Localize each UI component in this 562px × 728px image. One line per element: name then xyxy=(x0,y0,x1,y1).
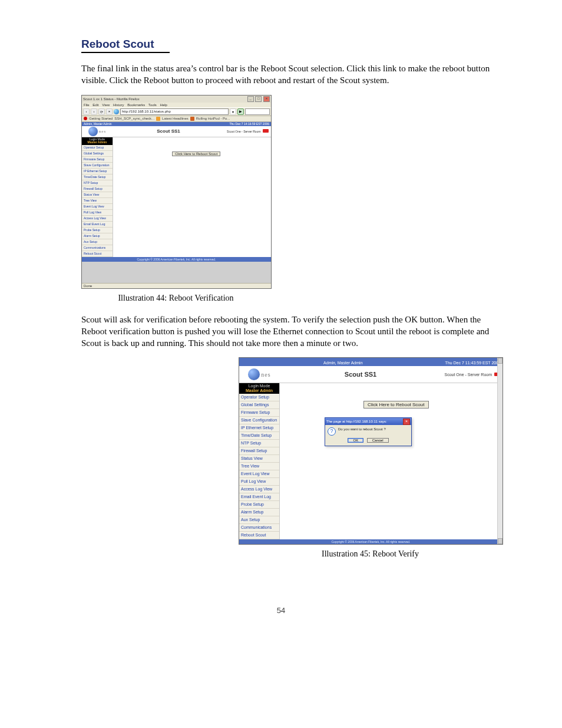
address-bar[interactable]: http://192.168.10.11/status.php xyxy=(120,108,229,115)
app-footer: Copyright © 2006 American Fibertek, Inc.… xyxy=(82,257,271,262)
heading-underline xyxy=(81,52,170,53)
browser-statusbar: Done xyxy=(82,283,271,288)
nav-event-log-view[interactable]: Event Log View xyxy=(239,470,279,478)
browser-title: Scout 1.xx 1 Status - Mozilla Firefox xyxy=(83,97,140,101)
scroll-down-button[interactable] xyxy=(498,538,503,544)
stop-button[interactable]: × xyxy=(106,108,113,115)
search-box[interactable] xyxy=(245,108,270,115)
nav-poll-log-view[interactable]: Poll Log View xyxy=(239,478,279,486)
reboot-scout-button[interactable]: Click Here to Reboot Scout xyxy=(363,401,429,409)
device-status: Scout One - Server Room xyxy=(227,130,261,133)
bookmark-icon[interactable] xyxy=(84,117,87,120)
nav-alarm-setup[interactable]: Alarm Setup xyxy=(239,509,279,516)
scrollbar[interactable] xyxy=(497,358,503,543)
dialog-close-button[interactable]: × xyxy=(403,419,410,425)
page-number: 54 xyxy=(65,606,497,615)
nav-firewall-setup[interactable]: Firewall Setup xyxy=(239,447,279,455)
nav-operator-setup[interactable]: Operator Setup xyxy=(239,394,279,401)
nav-tree-view[interactable]: Tree View xyxy=(82,198,113,204)
nav-ip-ethernet-setup[interactable]: IP Ethernet Setup xyxy=(239,424,279,432)
nav-reboot-scout[interactable]: Reboot Scout xyxy=(239,532,279,539)
dialog-titlebar: The page at http://192.168.10.11 says: × xyxy=(325,418,411,425)
nav-email-event-log[interactable]: Email Event Log xyxy=(239,493,279,501)
app-body: Login Mode Master Admin Operator Setup G… xyxy=(239,383,503,539)
sidebar-login-mode: Login Mode Master Admin xyxy=(82,137,113,145)
back-button[interactable]: ‹ xyxy=(83,108,90,115)
nav-probe-setup[interactable]: Probe Setup xyxy=(82,228,113,233)
nav-access-log-view[interactable]: Access Log View xyxy=(82,216,113,222)
sidebar: Login Mode Master Admin Operator Setup G… xyxy=(82,137,113,257)
nav-slave-configuration[interactable]: Slave Configuration xyxy=(239,417,279,424)
nav-status-view[interactable]: Status View xyxy=(239,455,279,463)
bookmark-rolling[interactable]: Rolling HotPod - Po... xyxy=(196,117,230,120)
nav-event-log-view[interactable]: Event Log View xyxy=(82,204,113,210)
figure-1-caption: Illustration 44: Reboot Verification xyxy=(81,294,270,303)
nav-firmware-setup[interactable]: Firmware Setup xyxy=(239,409,279,417)
browser-titlebar: Scout 1.xx 1 Status - Mozilla Firefox _ … xyxy=(82,95,271,103)
question-icon: ? xyxy=(328,427,336,436)
reload-button[interactable]: ⟳ xyxy=(98,108,105,115)
nav-firewall-setup[interactable]: Firewall Setup xyxy=(82,186,113,192)
app-body: Login Mode Master Admin Operator Setup G… xyxy=(82,137,271,257)
nav-time-date-setup[interactable]: Time/Date Setup xyxy=(239,432,279,440)
nav-communications[interactable]: Communications xyxy=(239,524,279,532)
app-logobar: nes Scout SS1 Scout One - Server Room xyxy=(239,366,503,383)
bookmark-headlines[interactable]: Latest Headlines xyxy=(162,117,189,120)
device-title: Scout SS1 xyxy=(280,371,441,378)
device-status: Scout One - Server Room xyxy=(445,373,492,377)
nav-poll-log-view[interactable]: Poll Log View xyxy=(82,210,113,216)
bookmarks-toolbar: Getting Started SSH_SCP_sync_check... La… xyxy=(82,116,271,122)
nav-communications[interactable]: Communications xyxy=(82,245,113,251)
scroll-up-button[interactable] xyxy=(498,358,503,364)
nav-ip-ethernet-setup[interactable]: IP Ethernet Setup xyxy=(82,169,113,174)
close-button[interactable]: × xyxy=(263,96,270,102)
bookmark-ssh[interactable]: SSH_SCP_sync_check... xyxy=(114,117,154,120)
nav-tree-view[interactable]: Tree View xyxy=(239,463,279,470)
dialog-title-text: The page at http://192.168.10.11 says: xyxy=(326,420,387,423)
paragraph-1: The final link in the status area’s cont… xyxy=(81,62,497,87)
figure-reboot-page: Scout 1.xx 1 Status - Mozilla Firefox _ … xyxy=(81,95,272,289)
nav-reboot-scout[interactable]: Reboot Scout xyxy=(82,251,113,257)
forward-button[interactable]: › xyxy=(91,108,97,115)
paragraph-2: Scout will ask for verification before r… xyxy=(81,314,497,350)
nav-time-date-setup[interactable]: Time/Date Setup xyxy=(82,174,113,180)
nav-global-settings[interactable]: Global Settings xyxy=(239,401,279,409)
main-pane: Click Here to Reboot Scout xyxy=(113,137,271,233)
feed-icon[interactable]: ▾ xyxy=(230,108,236,115)
dialog-cancel-button[interactable]: Cancel xyxy=(367,438,389,443)
nav-global-settings[interactable]: Global Settings xyxy=(82,151,113,157)
go-button[interactable]: ▶ xyxy=(237,108,244,115)
browser-menubar[interactable]: File Edit View History Bookmarks Tools H… xyxy=(82,103,271,107)
dialog-ok-button[interactable]: OK xyxy=(348,438,363,443)
nav-firmware-setup[interactable]: Firmware Setup xyxy=(82,157,113,163)
bookmark-icon xyxy=(190,117,194,121)
nav-email-event-log[interactable]: Email Event Log xyxy=(82,222,113,228)
nav-ntp-setup[interactable]: NTP Setup xyxy=(239,440,279,447)
nav-slave-configuration[interactable]: Slave Configuration xyxy=(82,163,113,169)
bookmark-getting-started[interactable]: Getting Started xyxy=(89,117,113,120)
home-icon[interactable] xyxy=(114,109,119,114)
app-brand: nes xyxy=(99,129,106,134)
app-footer: Copyright © 2006 American Fibertek, Inc.… xyxy=(239,539,503,544)
nav-aux-setup[interactable]: Aux Setup xyxy=(82,239,113,245)
minimize-button[interactable]: _ xyxy=(247,96,254,102)
bookmark-icon xyxy=(156,117,160,121)
maximize-button[interactable]: □ xyxy=(255,96,262,102)
nav-operator-setup[interactable]: Operator Setup xyxy=(82,145,113,151)
app-logo-icon xyxy=(88,127,98,136)
section-heading: Reboot Scout xyxy=(81,38,497,51)
reboot-scout-button[interactable]: Click Here to Reboot Scout xyxy=(172,151,220,156)
main-pane: Click Here to Reboot Scout The page at h… xyxy=(280,383,503,508)
app-brand: nes xyxy=(261,371,270,378)
nav-access-log-view[interactable]: Access Log View xyxy=(239,486,279,493)
app-header-user: Admin, Master Admin xyxy=(323,360,363,366)
app-logobar: nes Scout SS1 Scout One - Server Room xyxy=(82,126,271,137)
nav-alarm-setup[interactable]: Alarm Setup xyxy=(82,233,113,239)
nav-status-view[interactable]: Status View xyxy=(82,192,113,198)
nav-aux-setup[interactable]: Aux Setup xyxy=(239,516,279,524)
device-title: Scout SS1 xyxy=(113,129,224,134)
app-header-time: Thu Dec 7 14:16:59 EST 2006 xyxy=(230,122,269,126)
nav-ntp-setup[interactable]: NTP Setup xyxy=(82,180,113,186)
sidebar-login-mode: Login Mode Master Admin xyxy=(239,383,279,393)
nav-probe-setup[interactable]: Probe Setup xyxy=(239,501,279,509)
